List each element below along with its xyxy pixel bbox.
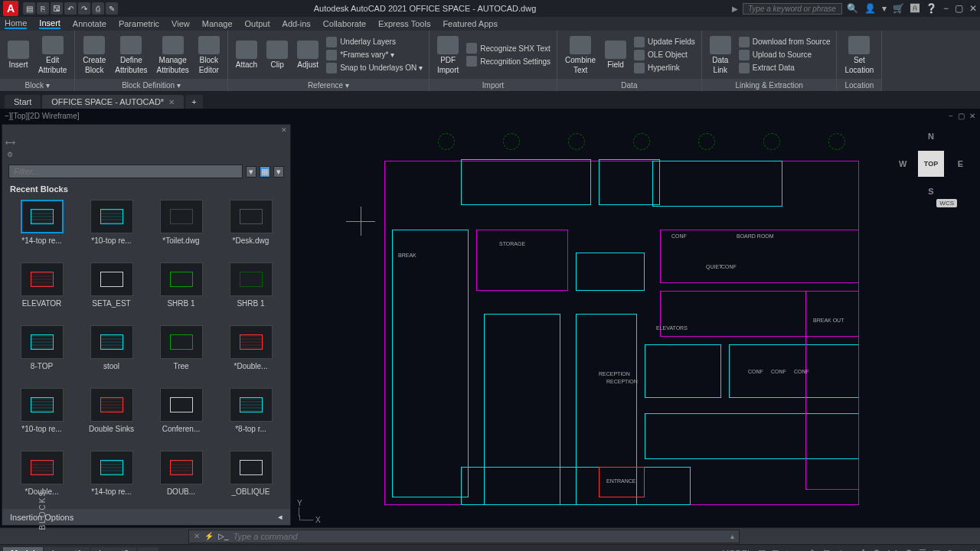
ribbon-small-button[interactable]: Recognize SHX Text [465, 42, 552, 54]
pin-icon[interactable]: ⟷ [5, 139, 15, 148]
status-toggle[interactable]: ⚙ [905, 548, 913, 551]
title-control[interactable]: ▢ [955, 3, 963, 14]
ribbon-small-button[interactable]: Hyperlink [632, 62, 697, 74]
minimize-icon[interactable]: − [949, 112, 953, 120]
ribbon-button[interactable]: ManageAttributes [154, 34, 192, 76]
qat-button[interactable]: 🖫 [51, 2, 63, 15]
status-toggle[interactable]: 1:1 [887, 549, 898, 552]
ribbon-panel-label[interactable]: Data [557, 79, 701, 91]
view-cube[interactable]: N S W E TOP [900, 133, 962, 194]
block-item[interactable]: *10-top re... [78, 200, 145, 255]
new-tab-button[interactable]: + [185, 95, 202, 109]
qat-button[interactable]: ↷ [78, 2, 90, 15]
ribbon-small-button[interactable]: Extract Data [737, 62, 832, 74]
ribbon-panel-label[interactable]: Block ▾ [0, 79, 74, 91]
chevron-up-icon[interactable]: ▴ [730, 532, 734, 540]
ribbon-button[interactable]: CombineText [562, 34, 599, 76]
status-toggle[interactable]: ✕ [970, 548, 977, 551]
ribbon-panel-label[interactable]: Reference ▾ [228, 79, 429, 91]
title-control[interactable]: ❔ [926, 3, 937, 14]
keyword-search[interactable] [743, 3, 842, 15]
ribbon-button[interactable]: EditAttribute [35, 34, 70, 76]
layout-tab[interactable]: Layout1 [44, 547, 90, 552]
status-toggle[interactable]: ☰ [919, 548, 926, 551]
ribbon-small-button[interactable]: Update Fields [632, 36, 697, 48]
title-control[interactable]: 👤 [864, 3, 876, 14]
status-toggle[interactable]: − [959, 549, 964, 552]
ribbon-panel-label[interactable]: Location [837, 79, 881, 91]
status-toggle[interactable]: MODEL [722, 549, 752, 552]
chevron-down-icon[interactable]: ▾ [246, 166, 256, 178]
block-item[interactable]: SETA_EST [78, 262, 145, 318]
ribbon-button[interactable]: Adjust [294, 39, 322, 70]
ribbon-tab[interactable]: Manage [202, 19, 233, 28]
block-item[interactable]: *Desk.dwg [217, 200, 284, 255]
ribbon-small-button[interactable]: OLE Object [632, 49, 697, 61]
status-toggle[interactable]: ∟ [795, 549, 804, 552]
ribbon-tab[interactable]: Annotate [73, 19, 106, 28]
close-icon[interactable]: ✕ [969, 112, 975, 120]
ribbon-tab[interactable]: Parametric [119, 19, 159, 28]
ribbon-button[interactable]: SetLocation [841, 34, 877, 76]
close-icon[interactable]: ✕ [194, 532, 200, 540]
title-control[interactable]: 🛒 [893, 3, 904, 14]
status-toggle[interactable]: ⊕ [946, 548, 953, 551]
ribbon-button[interactable]: BlockEditor [195, 34, 223, 76]
viewcube-e[interactable]: E [958, 159, 963, 168]
ribbon-button[interactable]: Insert [5, 39, 32, 70]
ribbon-small-button[interactable]: Download from Source [737, 36, 832, 48]
drawing-canvas[interactable]: STORAGEBREAKELEVATORSBREAK OUTRECEPTIONR… [292, 122, 980, 527]
status-toggle[interactable]: ▤ [933, 548, 940, 551]
ribbon-button[interactable]: PDFImport [434, 34, 462, 76]
file-tab-active[interactable]: OFFICE SPACE - AUTOCAD* ✕ [42, 95, 184, 109]
status-toggle[interactable]: ⚙ [873, 548, 880, 551]
block-item[interactable]: DOUB... [148, 451, 214, 506]
ribbon-small-button[interactable]: Underlay Layers [325, 36, 424, 48]
ribbon-tab[interactable]: Insert [39, 18, 60, 29]
status-toggle[interactable]: ⊞ [772, 548, 779, 551]
ribbon-panel-label[interactable]: Import [430, 79, 557, 91]
command-input[interactable] [234, 532, 726, 541]
viewcube-face-top[interactable]: TOP [918, 151, 944, 177]
customize-icon[interactable]: ⚡ [204, 532, 214, 540]
ribbon-panel-label[interactable]: Linking & Extraction [702, 79, 837, 91]
qat-button[interactable]: ✎ [106, 2, 118, 15]
block-item[interactable]: Double Sinks [78, 388, 145, 443]
status-toggle[interactable]: ⌖ [785, 548, 789, 551]
status-toggle[interactable]: ≡ [849, 549, 854, 552]
block-item[interactable]: SHRB 1 [217, 262, 284, 318]
status-toggle[interactable]: ⊡ [823, 548, 830, 551]
gear-icon[interactable]: ⚙ [5, 151, 15, 160]
view-toggle[interactable]: ▦ [260, 166, 270, 178]
block-item[interactable]: _OBLIQUE [217, 451, 284, 506]
ribbon-button[interactable]: Field [602, 39, 629, 70]
ribbon-small-button[interactable]: Recognition Settings [465, 55, 552, 67]
block-item[interactable]: ELEVATOR [8, 262, 75, 318]
ribbon-tab[interactable]: Featured Apps [443, 19, 498, 28]
block-item[interactable]: *10-top re... [8, 388, 75, 443]
block-item[interactable]: *Double... [217, 325, 284, 380]
block-item[interactable]: *14-top re... [8, 200, 75, 255]
viewcube-s[interactable]: S [928, 187, 933, 196]
layout-tab[interactable]: Model [3, 547, 43, 552]
qat-button[interactable]: ⎙ [92, 2, 104, 15]
chevron-down-icon[interactable]: ▾ [273, 166, 284, 178]
ribbon-button[interactable]: DefineAttributes [112, 34, 150, 76]
ribbon-button[interactable]: DataLink [707, 34, 734, 76]
title-control[interactable]: 🅰 [910, 3, 920, 14]
block-item[interactable]: *14-top re... [78, 451, 145, 506]
block-item[interactable]: Tree [148, 325, 214, 380]
add-layout-button[interactable]: + [138, 547, 158, 552]
ribbon-button[interactable]: Clip [263, 39, 291, 70]
title-control[interactable]: ▾ [882, 3, 887, 14]
close-icon[interactable]: ✕ [168, 98, 175, 106]
block-item[interactable]: SHRB 1 [148, 262, 214, 318]
status-toggle[interactable]: ✚ [860, 548, 867, 551]
qat-button[interactable]: ▤ [23, 2, 35, 15]
ribbon-small-button[interactable]: Upload to Source [737, 49, 832, 61]
block-item[interactable]: Conferen... [148, 388, 214, 443]
title-control[interactable]: − [943, 3, 949, 14]
filter-input[interactable] [8, 165, 243, 178]
status-toggle[interactable]: ⤢ [836, 548, 843, 551]
ribbon-tab[interactable]: Collaborate [323, 19, 366, 28]
